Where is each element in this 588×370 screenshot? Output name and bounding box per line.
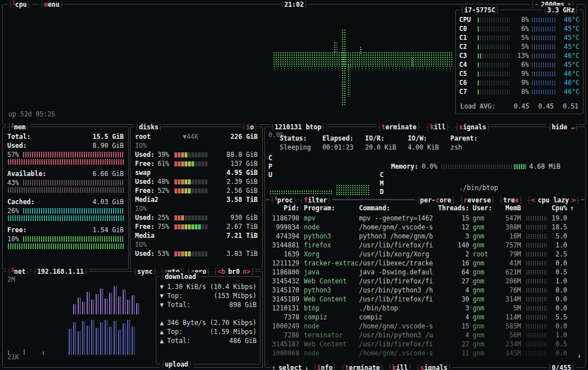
- mem-entry-percent: 10%: [7, 234, 19, 243]
- process-command: /usr/lib/xorg/Xorg: [359, 250, 438, 259]
- process-row[interactable]: 3145187 Web Content /usr/lib/firefox/fi …: [268, 340, 582, 349]
- net-stat-row: ▲ Top: (1.59 Mibps): [160, 327, 257, 336]
- process-row[interactable]: 1186800 java java -Dswing.defaul 64 gnm …: [268, 268, 582, 277]
- menu-button[interactable]: menu: [39, 0, 65, 8]
- process-row[interactable]: 1210131 btop ./bin/btop 3 gnm 5M 0.0: [268, 304, 582, 313]
- process-command: /home/gnm/.vscode-s: [359, 322, 438, 331]
- io-mode-button[interactable]: io: [241, 123, 259, 131]
- disk-size: 3.58 TiB: [227, 195, 258, 204]
- process-row[interactable]: 1211129 tracker-extract /usr/libexec/tra…: [268, 259, 582, 268]
- header-user[interactable]: User:: [469, 204, 494, 213]
- core-temp: 45°C: [558, 60, 580, 69]
- process-row[interactable]: 3145432 Web Content /usr/lib/firefox/fi …: [268, 277, 582, 286]
- process-row[interactable]: 7378 compiz compiz 4 gnm 114M 5.5: [268, 313, 582, 322]
- disk-usage-label: Used:: [135, 213, 158, 222]
- header-program[interactable]: Program:: [299, 204, 359, 213]
- detail-stat-label: Parent:: [451, 134, 478, 143]
- proc-option-button[interactable]: reverse: [460, 196, 495, 205]
- process-mem: 114M: [494, 313, 521, 322]
- sort-next-icon[interactable]: >: [572, 196, 576, 205]
- header-cpu[interactable]: Cpu%: [547, 204, 567, 213]
- process-threads: 30: [438, 295, 469, 304]
- header-threads[interactable]: Threads:: [438, 204, 469, 213]
- proc-footer-button[interactable]: terminate: [341, 363, 384, 370]
- mem-entry-percent: 43%: [7, 178, 19, 187]
- select-hint[interactable]: ↑select↓: [272, 363, 308, 370]
- process-mem: 314M: [494, 295, 521, 304]
- proc-box-title[interactable]: 4proc: [270, 196, 298, 204]
- process-command: compiz: [359, 313, 438, 322]
- process-row[interactable]: 999834 node /home/gnm/.vscode-s 12 gnm 3…: [268, 223, 582, 232]
- filter-button[interactable]: filter: [299, 196, 332, 204]
- process-row[interactable]: 1000249 node /home/gnm/.vscode-s 15 gnm …: [268, 322, 582, 331]
- disk-usage-row: Free: 61% 137 GiB: [135, 159, 258, 168]
- header-mem[interactable]: MemB: [494, 204, 521, 213]
- process-row[interactable]: 474394 python3 python3 /home/gnm/b 3 gnm…: [268, 232, 582, 241]
- disk-usage-value: 2.67 TiB: [209, 222, 258, 231]
- detail-cpu-graph: [336, 184, 370, 195]
- core-temp: 45°C: [558, 33, 580, 42]
- core-temp-graph: [531, 71, 556, 76]
- process-row[interactable]: 1186798 mpv mpv --geometry=1462 15 gnm 5…: [268, 214, 582, 223]
- disk-usage-label: Used:: [135, 177, 158, 186]
- core-usage-percent: 9%: [512, 69, 529, 78]
- hide-button[interactable]: hide↵: [546, 123, 580, 131]
- download-stats: ▼ 1.30 KiB/s (10.4 Kibps) ▼ Top: (153 Mi…: [160, 282, 257, 309]
- process-user: gnm: [469, 268, 494, 277]
- sort-prev-icon[interactable]: <: [531, 196, 535, 205]
- process-pid: 3145187: [268, 340, 299, 349]
- sort-selector[interactable]: <cpu lazy>: [527, 196, 580, 205]
- proc-option-button[interactable]: tree: [499, 196, 523, 205]
- detail-cmd-letters: C M D: [380, 171, 384, 196]
- scroll-down-icon[interactable]: ↓: [577, 351, 581, 360]
- detail-stat-label: Status:: [280, 134, 311, 143]
- mem-box-title[interactable]: 2mem: [6, 123, 30, 131]
- mem-entry: Used: 8.90 GiB 57%: [7, 141, 124, 165]
- process-row[interactable]: 1639 Xorg /usr/lib/xorg/Xorg 2 root 79M …: [268, 250, 582, 259]
- process-program: Web Content: [299, 340, 359, 349]
- header-command[interactable]: Command:: [359, 204, 438, 213]
- header-pid[interactable]: Pid:: [268, 204, 299, 213]
- interval-decrease-icon[interactable]: -: [535, 0, 538, 9]
- core-label: C0: [459, 24, 475, 33]
- process-command: /usr/lib/firefox/fi: [359, 295, 438, 304]
- proc-footer-button[interactable]: signals: [416, 363, 451, 370]
- process-threads: 12: [438, 223, 469, 232]
- net-stat-row: ▼ Total: 898 GiB: [160, 300, 257, 309]
- scroll-up-icon[interactable]: ↑: [567, 204, 574, 213]
- process-row[interactable]: 3144881 firefox /usr/lib/firefox/fi 140 …: [268, 241, 582, 250]
- core-usage-meter: [477, 26, 510, 31]
- proc-footer-button[interactable]: info: [313, 363, 336, 370]
- process-action-button[interactable]: terminate: [378, 123, 420, 132]
- disk-section: Media 7.21 TiB IO% Used: 53% 3.83 TiB: [135, 231, 258, 258]
- process-threads: 3: [438, 232, 469, 241]
- core-temp-graph: [531, 89, 556, 94]
- proc-footer-button[interactable]: kill: [388, 363, 412, 370]
- process-pid: 3145189: [268, 295, 299, 304]
- process-user: root: [469, 250, 494, 259]
- core-temp: 45°C: [558, 42, 580, 51]
- process-threads: 4: [438, 331, 469, 340]
- disk-usage-value: 930 GiB: [209, 213, 258, 222]
- disk-usage-row: Free: 52% 2.56 GiB: [135, 186, 258, 195]
- process-row[interactable]: 3145170 python3 /usr/bin/python3 /h 4 gn…: [268, 286, 582, 295]
- disk-io-label: IO%: [135, 240, 258, 249]
- proc-option-button[interactable]: per-core: [416, 196, 455, 205]
- interface-selector[interactable]: <bbr0n>: [214, 267, 254, 276]
- net-box-title[interactable]: 3net: [6, 267, 30, 276]
- sync-button[interactable]: sync: [133, 267, 157, 276]
- process-command: python3 /home/gnm/b: [359, 232, 438, 241]
- detail-stat: Status: Sleeping: [280, 134, 311, 152]
- cpu-box-title[interactable]: 1cpu: [7, 0, 32, 8]
- process-row[interactable]: 3145189 Web Content /usr/lib/firefox/fi …: [268, 295, 582, 304]
- process-program: python3: [299, 232, 359, 241]
- process-action-button[interactable]: kill: [426, 123, 450, 132]
- process-row[interactable]: 7286 terminator /usr/bin/python3 /u 4 gn…: [268, 331, 582, 340]
- disk-name: root: [135, 132, 151, 141]
- process-action-button[interactable]: signals: [455, 123, 490, 132]
- process-row[interactable]: 1000068 node /home/gnm/.vscode-s 11 gnm …: [268, 349, 582, 358]
- disks-box-title[interactable]: disks: [134, 123, 164, 131]
- core-temp-graph: [531, 80, 556, 85]
- detail-stat-value: 4.00 KiB: [408, 143, 439, 152]
- detail-command: ./bin/btop: [406, 183, 551, 192]
